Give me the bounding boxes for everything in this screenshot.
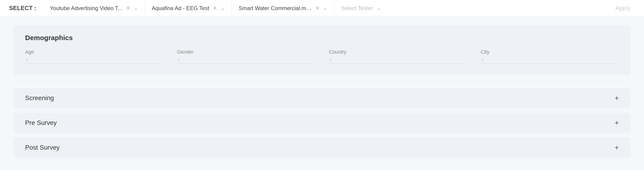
screening-title: Screening	[25, 94, 54, 102]
apply-button[interactable]: Apply	[611, 5, 635, 12]
filter-gender: Gender ⌄	[177, 49, 329, 66]
chevron-down-icon-gender: ⌄	[177, 57, 180, 62]
select-tester-placeholder: Select Tester	[341, 5, 373, 12]
pre-survey-title: Pre Survey	[25, 119, 57, 126]
chevron-down-icon-age: ⌄	[25, 57, 28, 62]
post-survey-title: Post Survey	[25, 144, 60, 151]
country-label: Country	[329, 49, 467, 55]
filter-country: Country ⌄	[329, 49, 481, 66]
chevron-down-icon-2[interactable]: ⌄	[220, 6, 225, 11]
main-content: Demographics Age ⌄ Gender ⌄ Country ⌄	[0, 17, 644, 170]
screening-section[interactable]: Screening +	[14, 88, 630, 108]
clear-icon-2[interactable]: ✕	[213, 6, 217, 11]
select-item-2: Aquafina Ad - EEG Test ✕ ⌄	[145, 0, 232, 16]
section-divider	[14, 81, 630, 81]
gender-label: Gender	[177, 49, 315, 55]
demographics-filters: Age ⌄ Gender ⌄ Country ⌄ City	[25, 49, 619, 66]
clear-icon-3[interactable]: ✕	[316, 6, 320, 11]
filter-city: City ⌄	[481, 49, 619, 66]
pre-survey-expand-icon: +	[614, 119, 619, 126]
select-item-1-text: Youtube Advertising Video T...	[50, 5, 122, 12]
chevron-down-icon-tester[interactable]: ⌄	[376, 6, 381, 11]
pre-survey-section[interactable]: Pre Survey +	[14, 113, 630, 133]
demographics-title: Demographics	[25, 34, 619, 42]
select-item-3-text: Smart Water Commercial.mp4	[239, 5, 312, 12]
chevron-down-icon-city: ⌄	[481, 57, 484, 62]
city-label: City	[481, 49, 619, 55]
screening-expand-icon: +	[614, 94, 619, 102]
age-label: Age	[25, 49, 163, 55]
select-bar: SELECT : Youtube Advertising Video T... …	[0, 0, 644, 17]
post-survey-section[interactable]: Post Survey +	[14, 137, 630, 158]
chevron-down-icon-country: ⌄	[329, 57, 332, 62]
demographics-section: Demographics Age ⌄ Gender ⌄ Country ⌄	[14, 26, 630, 75]
select-item-3: Smart Water Commercial.mp4 ✕ ⌄	[232, 0, 334, 16]
select-item-1: Youtube Advertising Video T... ✕ ⌄	[43, 0, 145, 16]
select-label: SELECT :	[9, 5, 36, 12]
post-survey-expand-icon: +	[614, 144, 619, 151]
age-dropdown[interactable]: ⌄	[25, 57, 163, 64]
filter-age: Age ⌄	[25, 49, 177, 66]
chevron-down-icon-1[interactable]: ⌄	[134, 6, 138, 11]
city-dropdown[interactable]: ⌄	[481, 57, 619, 64]
chevron-down-icon-3[interactable]: ⌄	[323, 6, 327, 11]
select-tester[interactable]: Select Tester ⌄	[334, 0, 611, 16]
country-dropdown[interactable]: ⌄	[329, 57, 467, 64]
select-item-2-text: Aquafina Ad - EEG Test	[152, 5, 210, 12]
clear-icon-1[interactable]: ✕	[126, 6, 130, 11]
gender-dropdown[interactable]: ⌄	[177, 57, 315, 64]
